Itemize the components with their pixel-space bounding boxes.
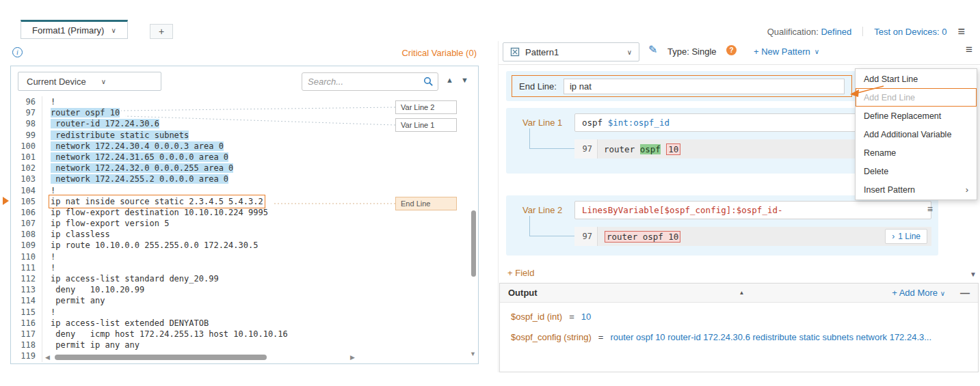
code-line[interactable]: 102 network 172.24.32.0 0.0.0.255 area 0 <box>11 163 478 174</box>
line-number: 102 <box>11 163 42 174</box>
annotation-end-line[interactable]: End Line <box>395 197 457 210</box>
tab-format1-primary[interactable]: Format1 (Primary) ∨ <box>21 20 128 39</box>
horizontal-scrollbar-thumb[interactable] <box>55 355 267 360</box>
code-text: ! <box>51 307 55 317</box>
qualification-value-link[interactable]: Defined <box>821 27 851 37</box>
test-on-devices-link[interactable]: Test on Devices: 0 <box>874 27 946 37</box>
help-icon[interactable]: ? <box>726 45 737 55</box>
output-title: Output <box>508 288 538 298</box>
code-line[interactable]: 104! <box>11 185 478 196</box>
critical-variable-link[interactable]: Critical Variable (0) <box>274 48 477 58</box>
minimize-output-icon[interactable]: — <box>960 288 970 299</box>
code-line[interactable]: 109ip route 10.10.0.0 255.255.0.0 172.24… <box>11 240 478 251</box>
search-input[interactable] <box>302 77 423 87</box>
end-line-input[interactable] <box>564 79 845 94</box>
line-number: 116 <box>11 318 42 329</box>
code-line[interactable]: 117 deny icmp host 172.24.255.13 host 10… <box>11 329 478 340</box>
menu-item-delete[interactable]: Delete <box>856 162 977 180</box>
code-text: permit ip any any <box>51 340 140 350</box>
code-line[interactable]: 110! <box>11 251 478 262</box>
code-text-cell: network 172.24.30.4 0.0.0.3 area 0 <box>42 141 224 152</box>
menu-item-add-additional-variable[interactable]: Add Additional Variable <box>856 125 977 143</box>
annotation-var-line-2[interactable]: Var Line 2 <box>395 100 457 114</box>
code-line[interactable]: 118 permit ip any any <box>11 340 478 350</box>
collapse-output-icon[interactable]: ▲ <box>739 290 745 296</box>
code-text-cell: ip nat inside source static 2.3.4.5 5.4.… <box>42 196 263 207</box>
vertical-scrollbar-thumb[interactable] <box>471 210 476 277</box>
code-text-cell: permit ip any any <box>42 340 140 350</box>
add-more-link[interactable]: + Add More ∨ <box>892 288 945 298</box>
pattern-selector[interactable]: Pattern1 ∨ <box>503 42 639 61</box>
pattern-menu-icon[interactable]: ≡ <box>966 44 972 55</box>
menu-item-rename[interactable]: Rename <box>856 143 977 162</box>
code-text-cell: ! <box>42 185 55 196</box>
output-rows: $ospf_id (int)=10$ospf_config (string)=r… <box>500 303 978 342</box>
line-number: 106 <box>11 207 42 218</box>
code-line[interactable]: 111! <box>11 262 478 273</box>
code-line[interactable]: 103 network 172.24.255.2 0.0.0.0 area 0 <box>11 174 478 184</box>
line-number: 108 <box>11 229 42 240</box>
text-part <box>661 144 666 154</box>
pattern-type-label: Type: Single <box>667 46 717 57</box>
code-line[interactable]: 100 network 172.24.30.4 0.0.0.3 area 0 <box>11 141 478 152</box>
menu-item-add-start-line[interactable]: Add Start Line <box>856 70 977 88</box>
var-line-2-match-row[interactable]: 97 router ospf 10 › 1 Line <box>574 227 931 246</box>
code-line[interactable]: 116ip access-list extended DENYATOB <box>11 318 478 329</box>
code-line[interactable]: 113 deny 10.10.20.99 <box>11 284 478 295</box>
menu-item-label: Delete <box>864 167 888 176</box>
code-text: network 172.24.30.4 0.0.0.3 area 0 <box>51 141 224 151</box>
scroll-right-icon[interactable]: ▶ <box>350 355 355 361</box>
output-header: Output ▲ + Add More ∨ — <box>500 284 978 303</box>
expression-menu-icon[interactable]: ≡ <box>927 204 933 215</box>
code-line[interactable]: 114 permit any <box>11 295 478 306</box>
code-text: ip classless <box>51 230 110 239</box>
menu-item-add-end-line[interactable]: Add End Line <box>856 88 977 107</box>
menu-item-insert-pattern[interactable]: Insert Pattern› <box>856 180 977 199</box>
code-line[interactable]: 108ip classless <box>11 229 478 240</box>
pattern-icon <box>510 47 520 57</box>
add-field-link[interactable]: + Field <box>507 268 534 278</box>
text-part: LinesByVariable[$ospf_config]:$ospf_id- <box>582 205 783 215</box>
device-selector[interactable]: Current Device ∨ <box>18 72 161 91</box>
search-icon[interactable] <box>423 77 434 87</box>
code-line[interactable]: 101 network 172.24.31.65 0.0.0.0 area 0 <box>11 152 478 163</box>
scroll-down-icon[interactable]: ▼ <box>470 351 476 357</box>
code-text: redistribute static subnets <box>51 130 189 140</box>
submenu-chevron-icon: › <box>966 185 968 194</box>
expand-lines-button[interactable]: › 1 Line <box>885 229 927 244</box>
annotation-var-line-1[interactable]: Var Line 1 <box>395 118 457 132</box>
line-number: 118 <box>11 340 42 350</box>
new-pattern-link[interactable]: + New Pattern ∨ <box>754 46 819 57</box>
code-line[interactable]: 107ip flow-export version 5 <box>11 218 478 229</box>
add-tab-button[interactable]: + <box>150 24 173 39</box>
output-equals: = <box>598 332 604 342</box>
info-icon[interactable]: i <box>12 47 23 57</box>
code-text-cell: network 172.24.255.2 0.0.0.0 area 0 <box>42 174 228 184</box>
scroll-left-icon[interactable]: ◀ <box>45 355 50 361</box>
edit-pattern-icon[interactable]: ✎ <box>648 43 657 56</box>
line-number: 99 <box>11 130 42 141</box>
right-scroll-down-icon[interactable]: ▼ <box>970 271 977 278</box>
hamburger-menu-icon[interactable]: ≡ <box>957 25 965 38</box>
line-number: 117 <box>11 329 42 340</box>
code-text-cell: network 172.24.32.0 0.0.0.255 area 0 <box>42 163 233 174</box>
menu-item-label: Add End Line <box>864 93 915 102</box>
output-equals: = <box>569 312 574 322</box>
line-number: 113 <box>11 284 42 295</box>
var-line-2-expression[interactable]: LinesByVariable[$ospf_config]:$ospf_id- <box>574 201 931 219</box>
divider <box>862 27 863 36</box>
line-number: 104 <box>11 185 42 196</box>
search-prev-button[interactable]: ▲ <box>446 77 453 84</box>
code-text-cell: ip classless <box>42 229 110 240</box>
code-text-cell: ip route 10.10.0.0 255.255.0.0 172.24.30… <box>42 240 258 251</box>
search-next-button[interactable]: ▼ <box>461 77 468 84</box>
code-line[interactable]: 112ip access-list standard deny_20.99 <box>11 273 478 284</box>
menu-item-define-replacement[interactable]: Define Replacement <box>856 107 977 125</box>
menu-item-label: Add Additional Variable <box>864 130 951 139</box>
chevron-right-icon: › <box>892 232 895 241</box>
device-selector-value: Current Device <box>27 77 86 87</box>
line-number: 109 <box>11 240 42 251</box>
code-text: permit any <box>51 296 105 305</box>
code-line[interactable]: 115! <box>11 307 478 318</box>
var-line-1-connector <box>529 128 574 149</box>
